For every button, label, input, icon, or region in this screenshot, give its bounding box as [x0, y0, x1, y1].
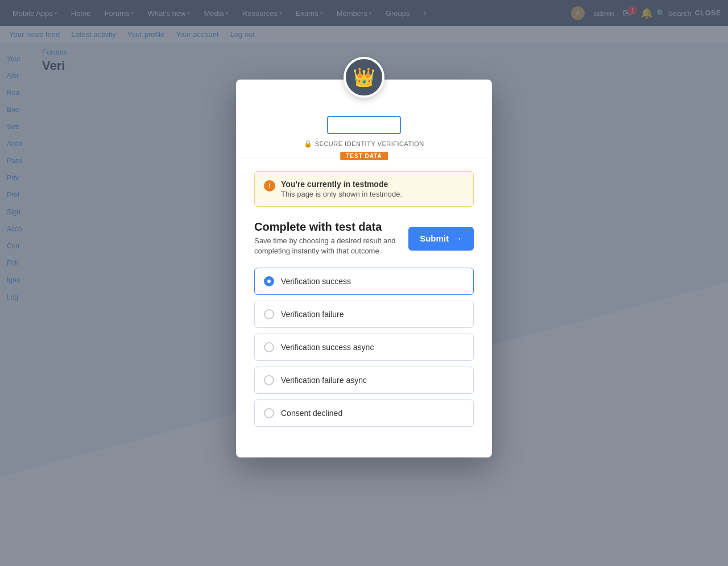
submit-button[interactable]: Submit → [408, 227, 474, 251]
modal: 👑 🔒 SECURE IDENTITY VERIFICATION TEST DA… [236, 80, 492, 457]
radio-circle-success-async [264, 342, 274, 352]
lock-icon: 🔒 [304, 140, 313, 148]
warning-text: You're currently in testmode This page i… [281, 180, 402, 198]
radio-label-success: Verification success [281, 277, 351, 286]
radio-circle-success [264, 276, 274, 286]
radio-label-failure: Verification failure [281, 310, 344, 319]
radio-option-success[interactable]: Verification success [254, 268, 474, 295]
testmode-warning: ! You're currently in testmode This page… [254, 171, 474, 207]
radio-label-consent-declined: Consent declined [281, 409, 342, 418]
warning-icon: ! [264, 180, 275, 192]
logo-circle: 👑 [344, 57, 384, 98]
secure-label: 🔒 SECURE IDENTITY VERIFICATION [254, 140, 474, 148]
testmode-subtitle: This page is only shown in testmode. [281, 190, 402, 198]
complete-title: Complete with test data [254, 220, 397, 234]
modal-bottom [254, 432, 474, 444]
crown-icon: 👑 [353, 66, 375, 88]
radio-option-consent-declined[interactable]: Consent declined [254, 399, 474, 427]
radio-option-failure-async[interactable]: Verification failure async [254, 367, 474, 394]
testmode-title: You're currently in testmode [281, 180, 402, 189]
radio-option-failure[interactable]: Verification failure [254, 301, 474, 328]
identity-input[interactable] [327, 116, 401, 134]
test-data-badge: TEST DATA [340, 152, 388, 160]
arrow-right-icon: → [453, 234, 462, 244]
radio-circle-consent-declined [264, 408, 274, 418]
complete-section: Complete with test data Save time by cho… [254, 220, 474, 256]
complete-left: Complete with test data Save time by cho… [254, 220, 397, 256]
radio-option-success-async[interactable]: Verification success async [254, 334, 474, 361]
radio-options: Verification successVerification failure… [254, 268, 474, 427]
modal-body: TEST DATA ! You're currently in testmode… [236, 157, 492, 457]
complete-subtitle: Save time by choosing a desired result a… [254, 236, 397, 256]
submit-label: Submit [420, 234, 449, 243]
radio-label-failure-async: Verification failure async [281, 376, 367, 385]
radio-label-success-async: Verification success async [281, 343, 374, 352]
modal-logo-area: 👑 [236, 57, 492, 98]
radio-circle-failure [264, 309, 274, 319]
radio-circle-failure-async [264, 375, 274, 385]
modal-header: 🔒 SECURE IDENTITY VERIFICATION [236, 107, 492, 157]
